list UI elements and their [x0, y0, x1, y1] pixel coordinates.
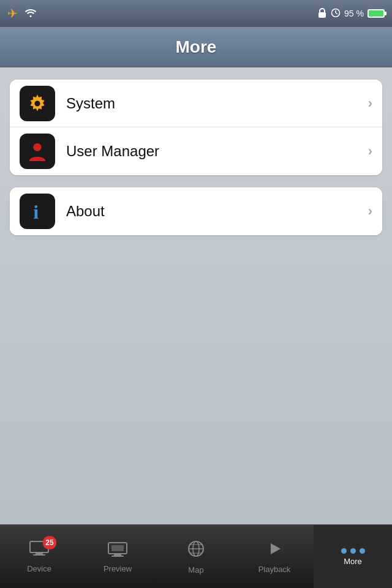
- system-chevron: ›: [368, 96, 372, 111]
- playback-tab-label: Playback: [258, 565, 291, 574]
- menu-item-about[interactable]: i About ›: [10, 187, 382, 235]
- menu-item-system[interactable]: System ›: [10, 80, 382, 127]
- svg-text:i: i: [33, 201, 39, 222]
- status-bar: ✈ 95 %: [0, 0, 392, 27]
- info-icon: i: [28, 200, 47, 222]
- device-badge: 25: [43, 536, 56, 549]
- svg-rect-14: [111, 545, 124, 551]
- about-label: About: [66, 203, 368, 220]
- airplane-icon: ✈: [7, 6, 18, 21]
- device-tab-icon: 25: [29, 541, 49, 561]
- svg-rect-0: [318, 12, 326, 18]
- map-tab-label: Map: [188, 565, 203, 575]
- svg-rect-9: [36, 552, 43, 554]
- system-label: System: [66, 95, 368, 112]
- battery-percent: 95 %: [344, 9, 364, 18]
- playback-tab-icon: [266, 540, 283, 562]
- battery-icon: [368, 9, 385, 18]
- nav-bar: More: [0, 27, 392, 67]
- more-tab-icon: [341, 548, 365, 554]
- svg-line-3: [336, 13, 337, 14]
- gear-icon: [26, 92, 48, 115]
- menu-item-user-manager[interactable]: User Manager ›: [10, 127, 382, 175]
- main-content: System › User Manager › i About: [0, 67, 392, 524]
- svg-marker-20: [271, 543, 281, 554]
- user-icon: [28, 140, 47, 162]
- user-manager-label: User Manager: [66, 143, 368, 160]
- svg-point-5: [35, 100, 40, 106]
- dot-1: [341, 548, 347, 554]
- map-tab-icon: [187, 540, 205, 562]
- tab-preview[interactable]: Preview: [78, 525, 157, 588]
- svg-point-6: [33, 143, 41, 151]
- clock-icon: [331, 8, 341, 20]
- about-icon-wrap: i: [20, 194, 55, 229]
- device-tab-label: Device: [27, 564, 51, 573]
- tab-map[interactable]: Map: [157, 525, 235, 588]
- tab-more[interactable]: More: [314, 525, 392, 588]
- nav-title: More: [176, 37, 217, 57]
- wifi-icon: [24, 7, 37, 20]
- tab-playback[interactable]: Playback: [235, 525, 314, 588]
- svg-rect-12: [114, 554, 121, 556]
- dot-2: [350, 548, 356, 554]
- user-manager-icon-wrap: [20, 134, 55, 169]
- svg-rect-10: [33, 554, 45, 556]
- about-chevron: ›: [368, 203, 372, 219]
- preview-tab-label: Preview: [104, 564, 132, 573]
- lock-icon: [317, 7, 327, 20]
- dot-3: [360, 548, 365, 554]
- tab-bar: 25 Device Preview Map: [0, 524, 392, 588]
- preview-tab-icon: [108, 541, 127, 561]
- user-manager-chevron: ›: [368, 143, 372, 159]
- more-tab-label: More: [344, 557, 362, 566]
- system-icon-wrap: [20, 86, 55, 121]
- svg-rect-13: [111, 556, 124, 557]
- menu-group-2: i About ›: [10, 187, 382, 235]
- tab-device[interactable]: 25 Device: [0, 525, 78, 588]
- menu-group-1: System › User Manager ›: [10, 80, 382, 175]
